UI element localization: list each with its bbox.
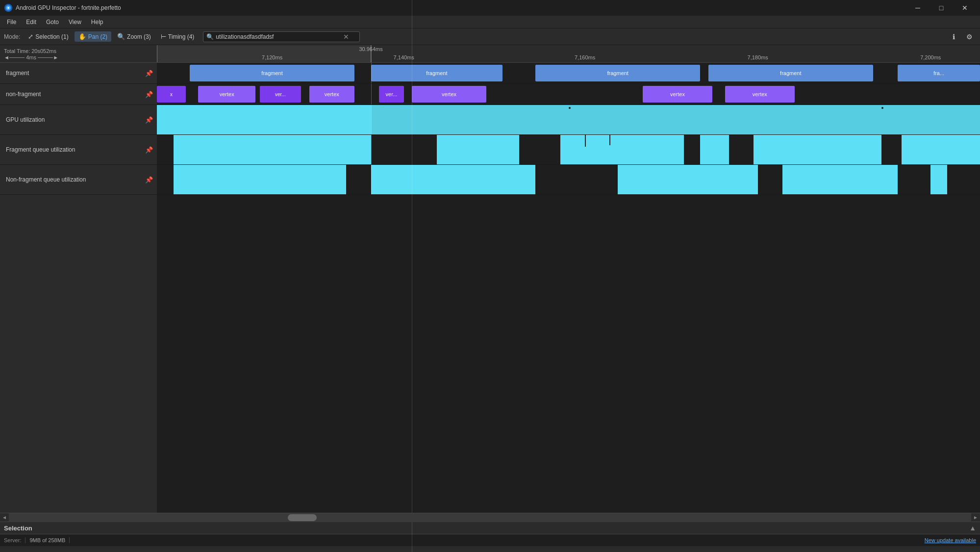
selection-range-label: 30.964ms xyxy=(359,46,382,52)
menu-view[interactable]: View xyxy=(64,17,86,27)
search-clear-button[interactable]: ✕ xyxy=(343,33,349,41)
fq-section-3 xyxy=(560,135,684,164)
timing-icon: ⊢ xyxy=(161,33,166,40)
minimize-button[interactable]: ─ xyxy=(906,0,929,16)
empty-content xyxy=(157,195,980,513)
nfq-gap-4 xyxy=(898,165,930,194)
close-button[interactable]: ✕ xyxy=(954,0,976,16)
nfq-section-4 xyxy=(782,165,898,194)
fq-gap-2 xyxy=(519,135,560,164)
scroll-left-button[interactable]: ◄ xyxy=(0,513,9,522)
time-tick-4: 7,200ms xyxy=(920,54,941,62)
fq-section-5 xyxy=(754,135,881,164)
fragment-pin-icon[interactable]: 📌 xyxy=(145,70,153,77)
settings-button[interactable]: ⚙ xyxy=(962,30,976,44)
scroll-thumb[interactable] xyxy=(288,514,317,521)
fq-notch-3 xyxy=(609,135,610,145)
fragment-track-content[interactable]: fragment fragment fragment fragment fra.… xyxy=(157,63,980,83)
frag-queue-track-row: Fragment queue utilization 📌 xyxy=(0,135,980,165)
fq-section-6 xyxy=(902,135,980,164)
menu-help[interactable]: Help xyxy=(86,17,108,27)
gpu-util-track-content[interactable] xyxy=(157,105,980,134)
search-input[interactable] xyxy=(216,33,343,40)
pan-icon: ✋ xyxy=(78,33,86,40)
fragment-track-label: fragment 📌 xyxy=(0,63,157,83)
timeline-area: Total Time: 20s052ms ◄──── 4ms ────► 30.… xyxy=(0,45,980,513)
server-label: Server: xyxy=(4,537,21,543)
header-buttons: ℹ ⚙ xyxy=(947,30,976,44)
search-container: 🔍 ✕ xyxy=(203,31,360,42)
title-bar: Android GPU Inspector - fortnite.perfett… xyxy=(0,0,980,16)
menu-goto[interactable]: Goto xyxy=(41,17,64,27)
vertex-block-6[interactable]: vertex xyxy=(643,86,713,103)
non-fragment-track-content[interactable]: x vertex ver... vertex ver... vertex ver… xyxy=(157,84,980,105)
fq-gap-1 xyxy=(371,135,437,164)
gpu-util-track-row: GPU utilization 📌 xyxy=(0,105,980,135)
fq-section-1 xyxy=(174,135,371,164)
nonfrag-queue-track-row: Non-fragment queue utilization 📌 xyxy=(0,165,980,195)
fq-notch-1 xyxy=(396,135,397,144)
time-tick-1: 7,140ms xyxy=(394,54,414,62)
fq-section-4 xyxy=(700,135,729,164)
mode-timing-button[interactable]: ⊢ Timing (4) xyxy=(157,31,199,42)
svg-point-2 xyxy=(7,7,9,9)
gpu-util-track-label: GPU utilization 📌 xyxy=(0,105,157,134)
fragment-track-row: fragment 📌 fragment fragment fragment fr… xyxy=(0,63,980,84)
time-axis: Total Time: 20s052ms ◄──── 4ms ────► 30.… xyxy=(0,45,980,63)
fq-notch-2 xyxy=(585,135,586,147)
menu-file[interactable]: File xyxy=(2,17,21,27)
time-tick-3: 7,180ms xyxy=(748,54,768,62)
empty-area xyxy=(0,195,980,513)
gpu-util-dot-2 xyxy=(881,107,883,109)
collapse-button[interactable]: ▲ xyxy=(969,524,976,532)
gpu-util-pin-icon[interactable]: 📌 xyxy=(145,116,153,124)
menu-bar: File Edit Goto View Help xyxy=(0,16,980,28)
vertex-block-7[interactable]: vertex xyxy=(725,86,795,103)
mode-selection-label: Selection (1) xyxy=(35,33,68,40)
selection-title: Selection xyxy=(4,525,32,532)
maximize-button[interactable]: □ xyxy=(930,0,953,16)
mode-selection-button[interactable]: ⤢ Selection (1) xyxy=(24,31,72,42)
gpu-util-dot xyxy=(569,107,571,109)
window-controls: ─ □ ✕ xyxy=(906,0,976,16)
selection-header: Selection ▲ xyxy=(0,522,980,534)
nfq-section-1 xyxy=(174,165,347,194)
time-tick-2: 7,160ms xyxy=(575,54,595,62)
gpu-util-section-1 xyxy=(157,105,371,134)
selection-icon: ⤢ xyxy=(28,33,33,40)
info-button[interactable]: ℹ xyxy=(947,30,960,44)
fragment-block-4[interactable]: fragment xyxy=(708,65,873,81)
nonfrag-queue-track-content[interactable] xyxy=(157,165,980,194)
non-fragment-track-row: non-fragment 📌 x vertex ver... vertex ve… xyxy=(0,84,980,105)
fragment-block-1[interactable]: fragment xyxy=(190,65,354,81)
nfq-section-3 xyxy=(618,165,757,194)
nonfrag-queue-pin-icon[interactable]: 📌 xyxy=(145,176,153,184)
vertex-block-4[interactable]: ver... xyxy=(379,86,403,103)
total-time: Total Time: 20s052ms xyxy=(4,48,153,54)
fq-gap-4 xyxy=(729,135,754,164)
vertex-block-0[interactable]: x xyxy=(157,86,186,103)
vertex-block-3[interactable]: vertex xyxy=(309,86,354,103)
non-fragment-track-label: non-fragment 📌 xyxy=(0,84,157,105)
vertex-block-2[interactable]: ver... xyxy=(260,86,301,103)
vertex-block-5[interactable]: vertex xyxy=(412,86,486,103)
time-info: Total Time: 20s052ms ◄──── 4ms ────► xyxy=(0,47,157,62)
frag-queue-track-content[interactable] xyxy=(157,135,980,164)
empty-label-col xyxy=(0,195,157,513)
non-fragment-pin-icon[interactable]: 📌 xyxy=(145,91,153,98)
frag-queue-track-label: Fragment queue utilization 📌 xyxy=(0,135,157,164)
frag-queue-pin-icon[interactable]: 📌 xyxy=(145,146,153,154)
mode-zoom-button[interactable]: 🔍 Zoom (3) xyxy=(113,31,155,42)
scroll-right-button[interactable]: ► xyxy=(971,513,980,522)
fragment-block-5[interactable]: fra... xyxy=(898,65,980,81)
menu-edit[interactable]: Edit xyxy=(21,17,41,27)
fq-section-2 xyxy=(437,135,519,164)
fragment-block-2[interactable]: fragment xyxy=(371,65,503,81)
mode-pan-button[interactable]: ✋ Pan (2) xyxy=(75,31,111,42)
fragment-block-3[interactable]: fragment xyxy=(535,65,700,81)
update-link[interactable]: New update available xyxy=(925,537,976,543)
nfq-gap-3 xyxy=(758,165,782,194)
scroll-track[interactable] xyxy=(9,513,971,522)
vertex-block-1[interactable]: vertex xyxy=(198,86,256,103)
scrollbar: ◄ ► xyxy=(0,513,980,522)
